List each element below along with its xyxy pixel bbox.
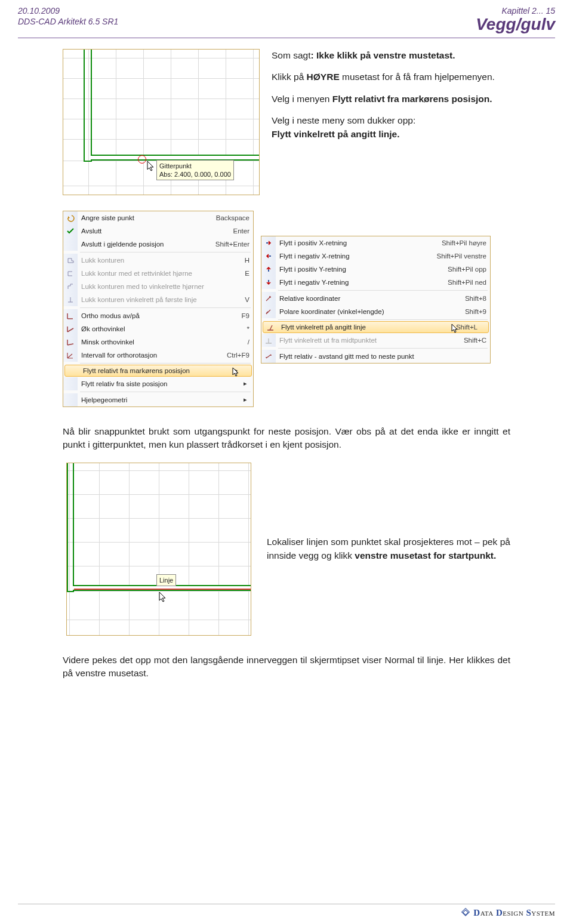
dist-icon: [261, 350, 276, 363]
menu-primary-separator: [80, 307, 251, 308]
figure-grid-snap: Gitterpunkt Abs: 2.400, 0.000, 0.000: [63, 49, 260, 195]
blank-icon: [63, 393, 78, 406]
menu-item-label: Øk orthovinkel: [78, 325, 244, 332]
intro-p4b: Flytt vinkelrett på angitt linje.: [272, 129, 399, 139]
menu-item-label: Flytt i negativ Y-retning: [276, 279, 444, 286]
menu-item-flytt-i-negativ-x-retning[interactable]: Flytt i negativ X-retningShift+Pil venst…: [261, 250, 490, 263]
line-tooltip: Linje: [156, 574, 176, 586]
menu-item-shortcut: Shift+C: [460, 337, 486, 344]
wall-vertical-outer-2: [67, 463, 68, 591]
snap-indicator-icon: [138, 155, 146, 164]
int-icon: [63, 349, 78, 362]
uy-icon: [261, 263, 276, 276]
blank-icon: [65, 364, 79, 377]
menu-item-shortcut: Shift+Pil opp: [444, 266, 486, 273]
menu-item-shortcut: Shift+9: [461, 308, 486, 315]
intro-p2c: musetast for å få fram hjelpemenyen.: [340, 72, 495, 82]
menu-item-shortcut: F9: [238, 312, 249, 319]
menu-item-shortcut: Ctrl+F9: [223, 352, 249, 359]
menu-item-shortcut: H: [241, 257, 249, 264]
menu-item-label: Lukk konturen med to vinkelrette hjørner: [78, 283, 249, 290]
cursor-icon: [241, 366, 248, 375]
menu-submenu-separator: [278, 319, 488, 320]
angle2-icon: [63, 280, 78, 293]
header-product: DDS-CAD Arkitekt 6.5 SR1: [18, 17, 118, 26]
menu-item-shortcut: /: [244, 338, 249, 346]
intro-p4a: Velg i neste meny som dukker opp:: [272, 115, 415, 125]
menu-item-intervall-for-orthorotasjon[interactable]: Intervall for orthorotasjonCtrl+F9: [63, 349, 253, 362]
menu-item-flytt-i-positiv-x-retning[interactable]: Flytt i positiv X-retningShift+Pil høyre: [261, 236, 490, 250]
header-chapter: Kapittel 2... 15: [501, 6, 555, 16]
menu-item-label: Flytt relativ - avstand gitt med to nest…: [276, 353, 486, 360]
wall-cap: [84, 161, 92, 162]
menu-item-relative-koordinater[interactable]: Relative koordinaterShift+8: [261, 292, 490, 305]
menu-item-ortho-modus-av-p[interactable]: Ortho modus av/påF9: [63, 309, 253, 322]
header-right: Kapittel 2... 15 Vegg/gulv: [476, 6, 555, 34]
menu-item-flytt-relativt-fra-mark-rens-posisjon[interactable]: Flytt relativt fra markørens posisjon▸: [64, 365, 252, 377]
menu-item-shortcut: V: [241, 296, 249, 303]
menu-item-shortcut: *: [244, 325, 249, 332]
rel-icon: [261, 292, 276, 305]
menu-item-flytt-relativ-avstand-gitt-med-to-neste-punkt[interactable]: Flytt relativ - avstand gitt med to nest…: [261, 350, 490, 363]
intro-p2a: Klikk på: [272, 72, 307, 82]
row-menus: Angre siste punktBackspaceAvsluttEnterAv…: [63, 211, 510, 407]
blank-icon: [63, 377, 78, 390]
context-menu-submenu: Flytt i positiv X-retningShift+Pil høyre…: [261, 236, 491, 364]
menu-item-avslutt-i-gjeldende-posisjon[interactable]: Avslutt i gjeldende posisjonShift+Enter: [63, 238, 253, 251]
row-locate-line: Linje Lokaliser linjen som punktet skal …: [63, 463, 510, 636]
check-icon: [63, 224, 78, 238]
brand-d1: D: [473, 908, 480, 917]
menu-item-label: Flytt vinkelrett på angitt linje: [278, 324, 452, 331]
menu-item-polare-koordinater-vinkel-lengde[interactable]: Polare koordinater (vinkel+lengde)Shift+…: [261, 305, 490, 318]
menu-item-flytt-i-positiv-y-retning[interactable]: Flytt i positiv Y-retningShift+Pil opp: [261, 263, 490, 276]
inc-icon: [63, 322, 78, 335]
intro-p3b: Flytt relativt fra markørens posisjon.: [332, 94, 492, 104]
grid-tooltip: Gitterpunkt Abs: 2.400, 0.000, 0.000: [156, 160, 234, 181]
menu-item-avslutt[interactable]: AvsluttEnter: [63, 224, 253, 238]
menu-item-flytt-vinkelrett-p-angitt-linje[interactable]: Flytt vinkelrett på angitt linjeShift+L: [263, 321, 489, 333]
context-menu-primary: Angre siste punktBackspaceAvsluttEnterAv…: [63, 211, 254, 407]
menu-item-label: Flytt vinkelrett ut fra midtpunktet: [276, 337, 460, 344]
angle-icon: [63, 267, 78, 280]
menu-item-label: Lukk kontur med et rettvinklet hjørne: [78, 270, 241, 277]
menu-item-label: Flytt i positiv X-retning: [276, 239, 438, 247]
menu-primary-separator: [80, 252, 251, 252]
menu-item-flytt-relativ-fra-siste-posisjon[interactable]: Flytt relativ fra siste posisjon▸: [63, 377, 253, 390]
menu-item-minsk-orthovinkel[interactable]: Minsk orthovinkel/: [63, 335, 253, 349]
menu-item-label: Avslutt i gjeldende posisjon: [78, 241, 212, 248]
menu-item-label: Minsk orthovinkel: [78, 338, 244, 346]
intro-text: Som sagt: Ikke klikk på venstre mustetas…: [272, 49, 510, 195]
menu-item-lukk-konturen: Lukk konturenH: [63, 254, 253, 267]
header-date: 20.10.2009: [18, 6, 118, 16]
lx-icon: [261, 250, 276, 263]
menu-item-hjelpegeometri[interactable]: Hjelpegeometri▸: [63, 393, 253, 406]
menu-primary-separator: [80, 363, 251, 364]
page-footer: Data Design System: [18, 904, 555, 918]
menu-item-label: Intervall for orthorotasjon: [78, 352, 223, 359]
tooltip-title: Gitterpunkt: [159, 162, 192, 170]
menu-item-shortcut: E: [241, 270, 249, 277]
menu-item-shortcut: Enter: [230, 227, 250, 235]
wall-vertical-inner-2: [73, 463, 74, 586]
brand-t1: ata: [480, 908, 496, 917]
menu-item-lukk-konturen-vinkelrett-p-f-rste-linje: Lukk konturen vinkelrett på første linje…: [63, 293, 253, 306]
mid-icon: [261, 334, 276, 347]
intro-p1a: Som sagt: [272, 50, 310, 60]
row-intro: Gitterpunkt Abs: 2.400, 0.000, 0.000 Som…: [63, 49, 510, 195]
locate-line-text: Lokaliser linjen som punktet skal prosje…: [267, 535, 510, 562]
cursor-icon: [478, 322, 485, 332]
intro-p2b: HØYRE: [307, 72, 340, 82]
menu-item-shortcut: Shift+Pil venstre: [433, 252, 486, 260]
menu-item-angre-siste-punkt[interactable]: Angre siste punktBackspace: [63, 211, 253, 224]
menu-item-label: Relative koordinater: [276, 295, 461, 302]
tooltip-coords: Abs: 2.400, 0.000, 0.000: [159, 171, 231, 178]
line-tooltip-text: Linje: [159, 577, 173, 584]
menu-item-label: Flytt relativ fra siste posisjon: [78, 380, 244, 387]
menu-item-label: Lukk konturen vinkelrett på første linje: [78, 296, 241, 303]
menu-item-label: Lukk konturen: [78, 257, 241, 264]
menu-item-k-orthovinkel[interactable]: Øk orthovinkel*: [63, 322, 253, 335]
submenu-arrow-icon: ▸: [244, 380, 249, 387]
header-section: Vegg/gulv: [476, 16, 555, 34]
brand-logo: Data Design System: [18, 908, 555, 918]
menu-item-flytt-i-negativ-y-retning[interactable]: Flytt i negativ Y-retningShift+Pil ned: [261, 276, 490, 289]
